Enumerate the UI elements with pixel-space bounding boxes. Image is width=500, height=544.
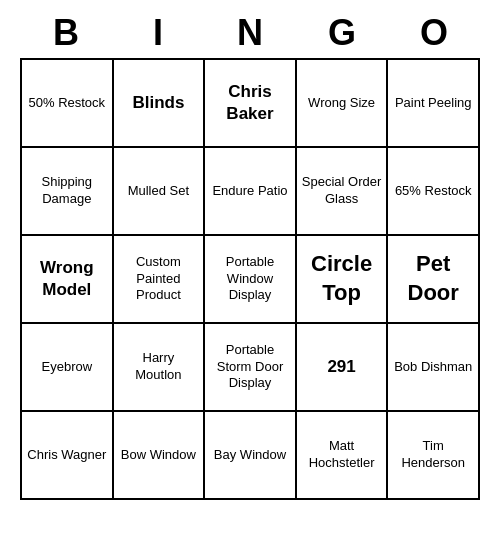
bingo-cell[interactable]: Portable Window Display <box>205 236 297 324</box>
bingo-cell[interactable]: Chris Wagner <box>22 412 114 500</box>
header-letter: O <box>388 8 480 58</box>
header-letter: B <box>20 8 112 58</box>
bingo-cell[interactable]: Pet Door <box>388 236 480 324</box>
bingo-cell[interactable]: Eyebrow <box>22 324 114 412</box>
bingo-cell[interactable]: Endure Patio <box>205 148 297 236</box>
bingo-cell[interactable]: Custom Painted Product <box>114 236 206 324</box>
bingo-cell[interactable]: Wrong Model <box>22 236 114 324</box>
bingo-cell[interactable]: Paint Peeling <box>388 60 480 148</box>
header-letter: G <box>296 8 388 58</box>
bingo-cell[interactable]: Bow Window <box>114 412 206 500</box>
bingo-cell[interactable]: Harry Moutlon <box>114 324 206 412</box>
bingo-cell[interactable]: Chris Baker <box>205 60 297 148</box>
bingo-cell[interactable]: Tim Henderson <box>388 412 480 500</box>
bingo-cell[interactable]: Bob Dishman <box>388 324 480 412</box>
bingo-cell[interactable]: Special Order Glass <box>297 148 389 236</box>
bingo-cell[interactable]: 50% Restock <box>22 60 114 148</box>
bingo-cell[interactable]: Shipping Damage <box>22 148 114 236</box>
bingo-cell[interactable]: Mulled Set <box>114 148 206 236</box>
bingo-cell[interactable]: 65% Restock <box>388 148 480 236</box>
bingo-cell[interactable]: Blinds <box>114 60 206 148</box>
bingo-cell[interactable]: Bay Window <box>205 412 297 500</box>
bingo-cell[interactable]: Portable Storm Door Display <box>205 324 297 412</box>
header-letter: N <box>204 8 296 58</box>
header-letter: I <box>112 8 204 58</box>
bingo-header: BINGO <box>20 8 480 58</box>
bingo-cell[interactable]: 291 <box>297 324 389 412</box>
bingo-cell[interactable]: Circle Top <box>297 236 389 324</box>
bingo-cell[interactable]: Matt Hochstetler <box>297 412 389 500</box>
bingo-cell[interactable]: Wrong Size <box>297 60 389 148</box>
bingo-grid: 50% RestockBlindsChris BakerWrong SizePa… <box>20 58 480 500</box>
